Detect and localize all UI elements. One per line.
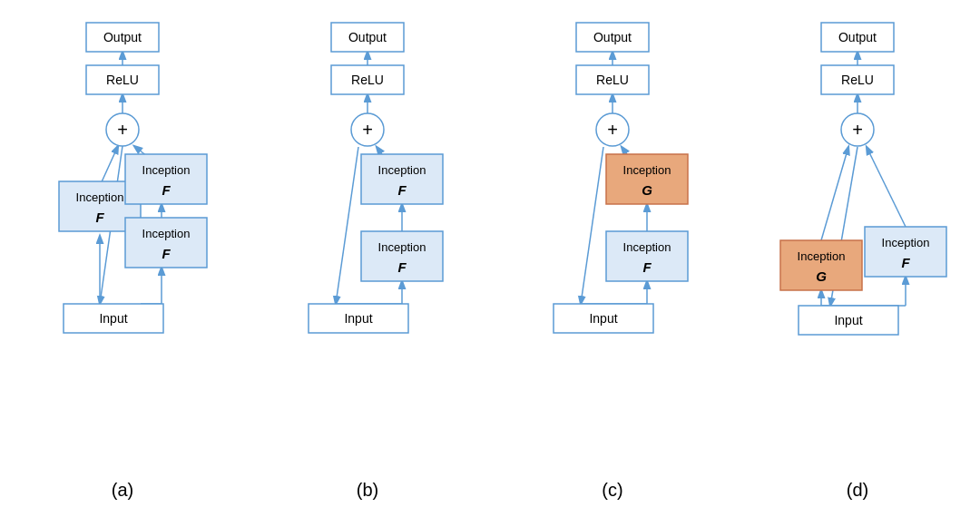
incf1-label-b: Inception: [378, 163, 426, 177]
output-label-a: Output: [103, 30, 142, 44]
incf2-f-b: F: [397, 259, 407, 275]
incf1-f-b: F: [397, 182, 407, 198]
input-label-d: Input: [834, 313, 862, 327]
caption-a: (a): [18, 480, 227, 501]
incf3-label-a: Inception: [142, 227, 191, 240]
incf1-f-c: F: [642, 259, 652, 275]
incf2-label-a: Inception: [142, 163, 191, 177]
incg-label-d: Inception: [798, 249, 846, 263]
svg-line-2: [100, 146, 118, 186]
plus-d: +: [852, 120, 863, 140]
diagram-a: Output ReLU + Inception F Inception F In…: [18, 14, 227, 395]
svg-line-45: [867, 147, 906, 227]
input-label-a: Input: [99, 311, 127, 326]
output-label-d: Output: [838, 30, 877, 44]
incf1-f-a: F: [95, 210, 104, 225]
plus-a: +: [117, 120, 128, 140]
incf-f-d: F: [901, 255, 910, 270]
relu-label-c: ReLU: [596, 73, 629, 87]
plus-c: +: [607, 120, 618, 140]
incg1-label-c: Inception: [623, 163, 671, 177]
output-label-b: Output: [348, 30, 387, 44]
relu-label-a: ReLU: [106, 73, 139, 87]
incf-label-d: Inception: [882, 236, 930, 249]
relu-label-b: ReLU: [351, 73, 384, 87]
incf1-label-c: Inception: [623, 240, 671, 254]
incg1-g-c: G: [642, 182, 652, 198]
incf3-f-a: F: [162, 246, 171, 261]
diagram-c: Output ReLU + Inception G Inception F In…: [508, 14, 717, 395]
output-label-c: Output: [593, 30, 632, 44]
svg-line-33: [581, 147, 603, 304]
plus-b: +: [362, 120, 373, 140]
incf1-label-a: Inception: [76, 190, 124, 204]
diagram-d: Output ReLU + Inception G Inception F In…: [753, 14, 962, 395]
incf2-label-b: Inception: [378, 240, 426, 254]
caption-d: (d): [753, 480, 962, 501]
caption-c: (c): [508, 480, 717, 501]
incf2-f-a: F: [162, 182, 171, 198]
input-label-c: Input: [589, 311, 617, 326]
diagram-b: Output ReLU + Inception F Inception F In…: [263, 14, 472, 395]
svg-line-20: [336, 147, 358, 304]
input-label-b: Input: [344, 311, 372, 326]
relu-label-d: ReLU: [841, 73, 874, 87]
incg-g-d: G: [816, 268, 827, 284]
caption-b: (b): [263, 480, 472, 501]
